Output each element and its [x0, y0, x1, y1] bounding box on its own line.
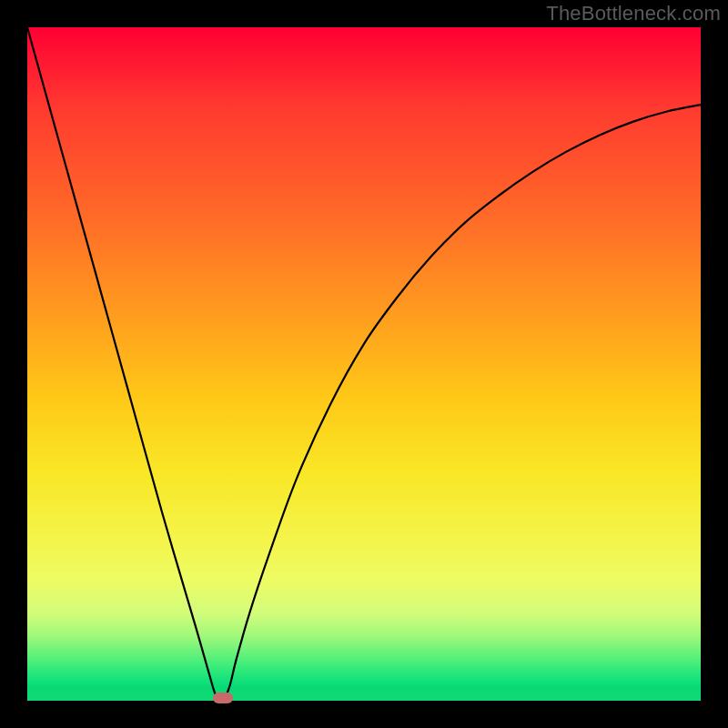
min-marker: [213, 693, 233, 703]
chart-frame: TheBottleneck.com: [0, 0, 728, 728]
watermark-text: TheBottleneck.com: [546, 2, 721, 25]
plot-area: [27, 27, 701, 701]
bottleneck-curve: [27, 27, 701, 701]
curve-svg: [27, 27, 701, 701]
